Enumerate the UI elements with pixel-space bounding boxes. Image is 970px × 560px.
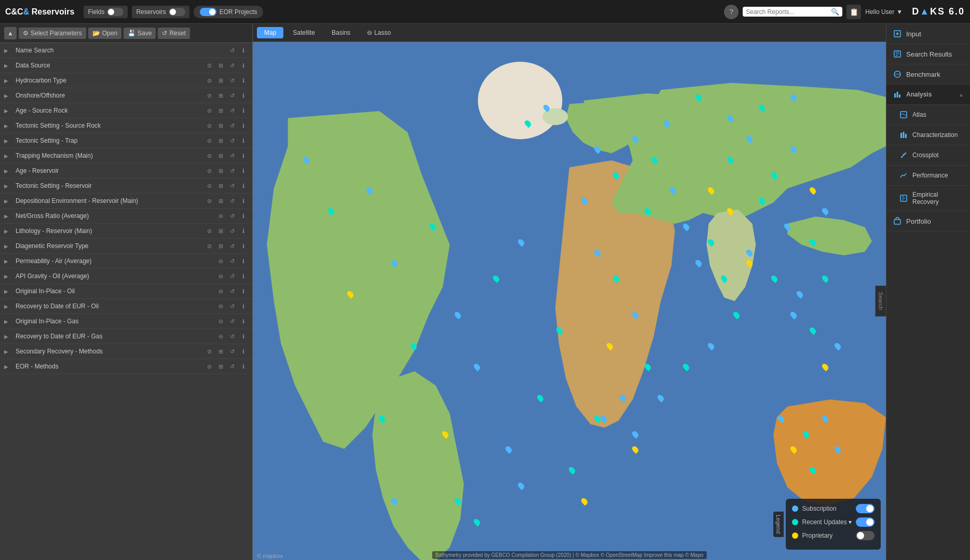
param-copy-icon[interactable]: ⊞	[216, 196, 225, 206]
param-expand-icon[interactable]: ▶	[4, 213, 12, 219]
param-reset-icon[interactable]: ↺	[227, 136, 237, 145]
param-range-icon[interactable]: ⊖	[216, 271, 225, 281]
param-row[interactable]: ▶ Trapping Mechanism (Main) ⊘⊞↺ℹ	[0, 148, 252, 163]
param-reset-icon[interactable]: ↺	[227, 302, 237, 311]
param-filter-icon[interactable]: ⊘	[204, 226, 214, 236]
param-expand-icon[interactable]: ▶	[4, 93, 12, 99]
param-row[interactable]: ▶ Lithology - Reservoir (Main) ⊘⊞↺ℹ	[0, 224, 252, 239]
param-expand-icon[interactable]: ▶	[4, 138, 12, 144]
param-copy-icon[interactable]: ⊞	[216, 91, 225, 100]
param-row[interactable]: ▶ Tectonic Setting - Reservoir ⊘⊞↺ℹ	[0, 179, 252, 194]
right-item-crossplot[interactable]: Crossplot	[886, 145, 970, 166]
save-button[interactable]: 💾 Save	[124, 28, 156, 39]
search-vertical-tab[interactable]: Search	[875, 286, 886, 317]
param-info-icon[interactable]: ℹ	[239, 317, 248, 326]
param-copy-icon[interactable]: ⊞	[216, 181, 225, 190]
param-info-icon[interactable]: ℹ	[239, 136, 248, 145]
param-copy-icon[interactable]: ⊞	[216, 106, 225, 115]
param-filter-icon[interactable]: ⊘	[204, 151, 214, 160]
param-expand-icon[interactable]: ▶	[4, 63, 12, 69]
search-input[interactable]	[746, 8, 829, 16]
param-row[interactable]: ▶ API Gravity - Oil (Average) ⊖↺ℹ	[0, 269, 252, 284]
param-row[interactable]: ▶ Data Source ⊘⊞↺ℹ	[0, 58, 252, 73]
param-filter-icon[interactable]: ⊘	[204, 61, 214, 70]
param-copy-icon[interactable]: ⊞	[216, 241, 225, 251]
param-reset-icon[interactable]: ↺	[227, 211, 237, 221]
param-reset-icon[interactable]: ↺	[227, 91, 237, 100]
param-info-icon[interactable]: ℹ	[239, 196, 248, 206]
param-copy-icon[interactable]: ⊞	[216, 151, 225, 160]
param-row[interactable]: ▶ Net/Gross Ratio (Average) ⊖↺ℹ	[0, 209, 252, 224]
param-filter-icon[interactable]: ⊘	[204, 362, 214, 371]
fields-toggle[interactable]: Fields	[84, 6, 128, 18]
param-reset-icon[interactable]: ↺	[227, 61, 237, 70]
param-info-icon[interactable]: ℹ	[239, 332, 248, 341]
right-item-performance[interactable]: Performance	[886, 166, 970, 186]
param-info-icon[interactable]: ℹ	[239, 302, 248, 311]
param-filter-icon[interactable]: ⊘	[204, 121, 214, 130]
legend-toggle[interactable]: Legend	[773, 512, 784, 537]
param-range-icon[interactable]: ⊖	[216, 317, 225, 326]
param-filter-icon[interactable]: ⊘	[204, 166, 214, 175]
param-expand-icon[interactable]: ▶	[4, 364, 12, 370]
param-range-icon[interactable]: ⊖	[216, 302, 225, 311]
param-expand-icon[interactable]: ▶	[4, 289, 12, 294]
right-item-benchmark[interactable]: Benchmark	[886, 64, 970, 85]
param-reset-icon[interactable]: ↺	[227, 76, 237, 85]
param-copy-icon[interactable]: ⊞	[216, 76, 225, 85]
search-icon[interactable]: 🔍	[831, 8, 839, 16]
collapse-button[interactable]: ▲	[4, 27, 17, 39]
param-filter-icon[interactable]: ⊘	[204, 347, 214, 356]
param-reset-icon[interactable]: ↺	[227, 332, 237, 341]
param-copy-icon[interactable]: ⊞	[216, 226, 225, 236]
param-expand-icon[interactable]: ▶	[4, 108, 12, 114]
param-row[interactable]: ▶ Recovery to Date of EUR - Oil ⊖↺ℹ	[0, 299, 252, 314]
report-icon[interactable]: 📋	[846, 5, 861, 19]
param-row[interactable]: ▶ Age - Reservoir ⊘⊞↺ℹ	[0, 163, 252, 179]
param-range-icon[interactable]: ⊖	[216, 286, 225, 296]
param-filter-icon[interactable]: ⊘	[204, 76, 214, 85]
param-row[interactable]: ▶ Tectonic Setting - Source Rock ⊘⊞↺ℹ	[0, 118, 252, 133]
param-info-icon[interactable]: ℹ	[239, 121, 248, 130]
param-filter-icon[interactable]: ⊘	[204, 196, 214, 206]
open-button[interactable]: 📂 Open	[88, 28, 121, 39]
param-info-icon[interactable]: ℹ	[239, 166, 248, 175]
param-row[interactable]: ▶ Onshore/Offshore ⊘⊞↺ℹ	[0, 88, 252, 103]
param-reset-icon[interactable]: ↺	[227, 286, 237, 296]
map-tab-satellite[interactable]: Satellite	[285, 27, 322, 38]
param-row[interactable]: ▶ Age - Source Rock ⊘⊞↺ℹ	[0, 103, 252, 118]
param-row[interactable]: ▶ Secondary Recovery - Methods ⊘⊞↺ℹ	[0, 344, 252, 359]
param-filter-icon[interactable]: ⊘	[204, 91, 214, 100]
param-info-icon[interactable]: ℹ	[239, 61, 248, 70]
param-reset-icon[interactable]: ↺	[227, 317, 237, 326]
param-info-icon[interactable]: ℹ	[239, 76, 248, 85]
param-reset-icon[interactable]: ↺	[227, 347, 237, 356]
param-expand-icon[interactable]: ▶	[4, 304, 12, 309]
param-expand-icon[interactable]: ▶	[4, 168, 12, 174]
fields-toggle-switch[interactable]	[107, 8, 124, 16]
param-reset-icon[interactable]: ↺	[227, 362, 237, 371]
map-tab-lasso[interactable]: ⊖Lasso	[360, 27, 398, 38]
param-info-icon[interactable]: ℹ	[239, 362, 248, 371]
param-expand-icon[interactable]: ▶	[4, 198, 12, 204]
param-expand-icon[interactable]: ▶	[4, 153, 12, 159]
param-reset-icon[interactable]: ↺	[227, 256, 237, 266]
param-row[interactable]: ▶ Hydrocarbon Type ⊘⊞↺ℹ	[0, 73, 252, 88]
param-filter-icon[interactable]: ⊘	[204, 106, 214, 115]
param-reset-icon[interactable]: ↺	[227, 46, 237, 55]
param-expand-icon[interactable]: ▶	[4, 78, 12, 84]
reset-button[interactable]: ↺ Reset	[158, 28, 189, 39]
param-copy-icon[interactable]: ⊞	[216, 61, 225, 70]
param-copy-icon[interactable]: ⊞	[216, 136, 225, 145]
param-range-icon[interactable]: ⊖	[216, 332, 225, 341]
param-expand-icon[interactable]: ▶	[4, 243, 12, 249]
param-reset-icon[interactable]: ↺	[227, 166, 237, 175]
right-item-analysis[interactable]: Analysis ▲	[886, 85, 970, 105]
param-expand-icon[interactable]: ▶	[4, 183, 12, 189]
user-info[interactable]: Hello User ▼	[865, 8, 903, 16]
param-expand-icon[interactable]: ▶	[4, 48, 12, 53]
param-row[interactable]: ▶ Original In-Place - Gas ⊖↺ℹ	[0, 314, 252, 329]
right-item-characterization[interactable]: Characterization	[886, 125, 970, 145]
right-item-portfolio[interactable]: Portfolio	[886, 211, 970, 231]
eor-toggle-switch[interactable]	[200, 8, 216, 16]
